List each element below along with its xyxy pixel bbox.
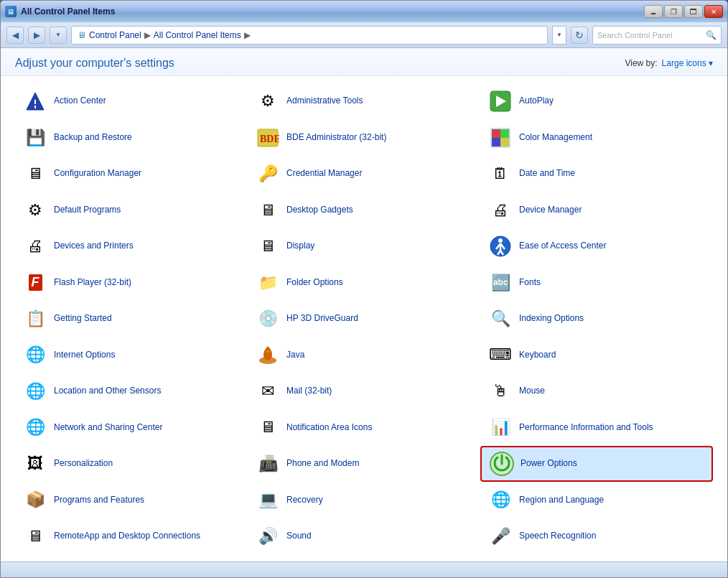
folder-options-icon: 📁 bbox=[255, 270, 281, 296]
grid-item-color-mgmt[interactable]: Color Management bbox=[480, 119, 713, 155]
grid-item-autoplay[interactable]: AutoPlay bbox=[480, 83, 713, 119]
power-options-icon bbox=[489, 451, 515, 477]
breadcrumb-sep2: ▶ bbox=[244, 30, 251, 40]
grid-item-region-language[interactable]: 🌐Region and Language bbox=[480, 482, 713, 518]
refresh-button[interactable]: ↻ bbox=[571, 27, 588, 44]
search-bar: Search Control Panel 🔍 bbox=[592, 26, 722, 45]
grid-item-programs-features[interactable]: 📦Programs and Features bbox=[15, 482, 248, 518]
svg-point-13 bbox=[498, 238, 503, 243]
programs-features-icon: 📦 bbox=[22, 487, 48, 513]
grid-item-keyboard[interactable]: ⌨Keyboard bbox=[480, 337, 713, 373]
grid-item-device-manager[interactable]: 🖨Device Manager bbox=[480, 192, 713, 228]
grid-item-date-time[interactable]: 🗓Date and Time bbox=[480, 156, 713, 192]
svg-rect-8 bbox=[492, 129, 500, 138]
performance-info-icon: 📊 bbox=[487, 414, 513, 440]
grid-item-display[interactable]: 🖥Display bbox=[248, 228, 480, 264]
svg-rect-10 bbox=[492, 138, 500, 146]
config-mgr-label: Configuration Manager bbox=[54, 168, 141, 180]
desktop-gadgets-label: Desktop Gadgets bbox=[286, 205, 353, 216]
minimize-button[interactable]: 🗕 bbox=[644, 5, 663, 18]
recovery-label: Recovery bbox=[286, 495, 323, 506]
action-center-icon bbox=[22, 88, 48, 114]
breadcrumb-sep1: ▶ bbox=[144, 30, 151, 40]
grid-item-sound[interactable]: 🔊Sound bbox=[248, 518, 480, 554]
config-mgr-icon: 🖥 bbox=[22, 161, 48, 187]
admin-tools-icon: ⚙ bbox=[255, 88, 281, 114]
page-title: Adjust your computer's settings bbox=[15, 57, 174, 70]
network-sharing-label: Network and Sharing Center bbox=[54, 422, 162, 434]
chevron-down-icon: ▾ bbox=[709, 58, 713, 68]
grid-item-network-sharing[interactable]: 🌐Network and Sharing Center bbox=[15, 409, 248, 445]
grid-item-folder-options[interactable]: 📁Folder Options bbox=[248, 264, 480, 300]
content-header: Adjust your computer's settings View by:… bbox=[1, 48, 727, 76]
grid-item-admin-tools[interactable]: ⚙Administrative Tools bbox=[248, 83, 480, 119]
grid-item-power-options[interactable]: Power Options bbox=[480, 446, 713, 482]
grid-item-phone-modem[interactable]: 📠Phone and Modem bbox=[248, 446, 480, 482]
grid-item-default-programs[interactable]: ⚙Default Programs bbox=[15, 192, 248, 228]
view-by-dropdown[interactable]: Large icons ▾ bbox=[662, 58, 713, 68]
grid-item-hp-3d-driveguard[interactable]: 💿HP 3D DriveGuard bbox=[248, 301, 480, 337]
grid-item-java[interactable]: Java bbox=[248, 337, 480, 373]
java-label: Java bbox=[286, 350, 304, 361]
grid-item-ease-access[interactable]: Ease of Access Center bbox=[480, 228, 713, 264]
restore-button[interactable]: ❐ bbox=[664, 5, 683, 18]
network-sharing-icon: 🌐 bbox=[22, 414, 48, 440]
notification-icons-icon: 🖥 bbox=[255, 414, 281, 440]
credential-mgr-icon: 🔑 bbox=[255, 161, 281, 187]
back-button[interactable]: ◀ bbox=[6, 27, 24, 44]
svg-text:BDE: BDE bbox=[260, 134, 279, 144]
sound-icon: 🔊 bbox=[255, 523, 281, 549]
recent-pages-button[interactable]: ▼ bbox=[50, 27, 67, 44]
main-window: 🖥 All Control Panel Items 🗕 ❐ 🗖 ✕ ◀ ▶ ▼ … bbox=[0, 0, 728, 578]
grid-item-location-sensors[interactable]: 🌐Location and Other Sensors bbox=[15, 373, 248, 409]
address-bar: ◀ ▶ ▼ 🖥 Control Panel ▶ All Control Pane… bbox=[1, 22, 727, 48]
grid-item-flash-player[interactable]: FFlash Player (32-bit) bbox=[15, 264, 248, 300]
grid-item-performance-info[interactable]: 📊Performance Information and Tools bbox=[480, 409, 713, 445]
mail-icon: ✉ bbox=[255, 378, 281, 404]
grid-item-personalization[interactable]: 🖼Personalization bbox=[15, 446, 248, 482]
grid-item-bde-admin[interactable]: BDEBDE Administrator (32-bit) bbox=[248, 119, 480, 155]
backup-restore-label: Backup and Restore bbox=[54, 132, 132, 144]
internet-options-icon: 🌐 bbox=[22, 342, 48, 368]
display-label: Display bbox=[286, 241, 314, 252]
grid-item-config-mgr[interactable]: 🖥Configuration Manager bbox=[15, 156, 248, 192]
indexing-options-icon: 🔍 bbox=[487, 306, 513, 332]
breadcrumb-bar: 🖥 Control Panel ▶ All Control Panel Item… bbox=[71, 26, 548, 45]
window-title: All Control Panel Items bbox=[21, 6, 115, 17]
breadcrumb-current[interactable]: All Control Panel Items bbox=[154, 30, 241, 40]
getting-started-icon: 📋 bbox=[22, 306, 48, 332]
grid-item-getting-started[interactable]: 📋Getting Started bbox=[15, 301, 248, 337]
svg-rect-9 bbox=[500, 129, 509, 138]
grid-item-indexing-options[interactable]: 🔍Indexing Options bbox=[480, 301, 713, 337]
keyboard-label: Keyboard bbox=[519, 350, 556, 361]
grid-item-speech-recognition[interactable]: 🎤Speech Recognition bbox=[480, 518, 713, 554]
grid-item-action-center[interactable]: Action Center bbox=[15, 83, 248, 119]
grid-item-credential-mgr[interactable]: 🔑Credential Manager bbox=[248, 156, 480, 192]
grid-item-remoteapp[interactable]: 🖥RemoteApp and Desktop Connections bbox=[15, 518, 248, 554]
grid-item-backup-restore[interactable]: 💾Backup and Restore bbox=[15, 119, 248, 155]
breadcrumb-icon: 🖥 bbox=[78, 30, 86, 40]
grid-item-recovery[interactable]: 💻Recovery bbox=[248, 482, 480, 518]
grid-item-notification-icons[interactable]: 🖥Notification Area Icons bbox=[248, 409, 480, 445]
bde-admin-icon: BDE bbox=[255, 125, 281, 151]
grid-item-fonts[interactable]: 🔤Fonts bbox=[480, 264, 713, 300]
search-icon[interactable]: 🔍 bbox=[706, 30, 717, 40]
forward-button[interactable]: ▶ bbox=[28, 27, 45, 44]
personalization-icon: 🖼 bbox=[22, 451, 48, 477]
grid-item-devices-printers[interactable]: 🖨Devices and Printers bbox=[15, 228, 248, 264]
grid-item-mouse[interactable]: 🖱Mouse bbox=[480, 373, 713, 409]
bde-admin-label: BDE Administrator (32-bit) bbox=[286, 132, 386, 144]
address-dropdown-button[interactable]: ▼ bbox=[552, 26, 566, 45]
devices-printers-label: Devices and Printers bbox=[54, 241, 134, 252]
grid-item-desktop-gadgets[interactable]: 🖥Desktop Gadgets bbox=[248, 192, 480, 228]
color-mgmt-label: Color Management bbox=[519, 132, 592, 144]
fonts-icon: 🔤 bbox=[487, 270, 513, 296]
close-button[interactable]: ✕ bbox=[704, 5, 723, 18]
maximize-button[interactable]: 🗖 bbox=[684, 5, 703, 18]
breadcrumb-root[interactable]: Control Panel bbox=[89, 30, 141, 40]
grid-item-internet-options[interactable]: 🌐Internet Options bbox=[15, 337, 248, 373]
personalization-label: Personalization bbox=[54, 458, 113, 470]
ease-access-label: Ease of Access Center bbox=[519, 241, 606, 252]
location-sensors-label: Location and Other Sensors bbox=[54, 386, 161, 397]
grid-item-mail[interactable]: ✉Mail (32-bit) bbox=[248, 373, 480, 409]
